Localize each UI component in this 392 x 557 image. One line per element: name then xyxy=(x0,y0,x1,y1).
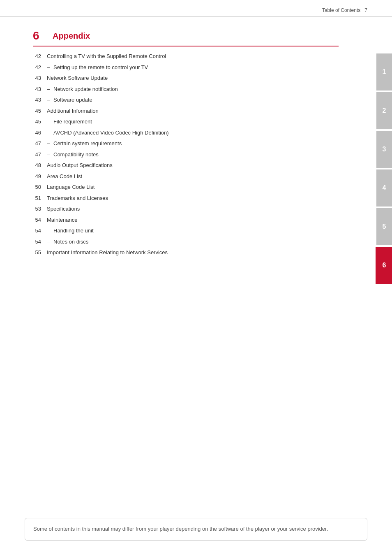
toc-text: Controlling a TV with the Supplied Remot… xyxy=(47,52,339,60)
toc-page-number: 53 xyxy=(33,205,47,213)
toc-dash: – xyxy=(47,151,53,159)
toc-page-number: 47 xyxy=(33,139,47,148)
toc-text: Specifications xyxy=(47,205,339,213)
toc-dash: – xyxy=(47,63,53,72)
toc-text: Network update notification xyxy=(53,85,339,93)
toc-page-number: 45 xyxy=(33,107,47,115)
notice-text: Some of contents in this manual may diff… xyxy=(33,526,328,532)
toc-entry: 47– Compatibility notes xyxy=(33,151,339,159)
toc-dash: – xyxy=(47,96,53,104)
toc-page-number: 42 xyxy=(33,63,47,72)
toc-dash: – xyxy=(47,139,53,148)
main-content: 6 Appendix 42Controlling a TV with the S… xyxy=(0,17,371,272)
toc-text: Important Information Relating to Networ… xyxy=(47,248,339,257)
side-tab-6[interactable]: 6 xyxy=(376,247,392,284)
toc-text: Language Code List xyxy=(47,183,339,191)
toc-entry: 43Network Software Update xyxy=(33,74,339,82)
toc-page-number: 43 xyxy=(33,96,47,104)
toc-entry: 51Trademarks and Licenses xyxy=(33,194,339,202)
toc-text: Additional Information xyxy=(47,107,339,115)
toc-entry: 48Audio Output Specifications xyxy=(33,161,339,169)
toc-page-number: 49 xyxy=(33,172,47,181)
toc-page-number: 55 xyxy=(33,248,47,257)
toc-page-number: 48 xyxy=(33,161,47,169)
toc-dash: – xyxy=(47,85,53,93)
toc-entry: 42– Setting up the remote to control you… xyxy=(33,63,339,72)
chapter-title: Appendix xyxy=(53,31,90,41)
toc-page-number: 46 xyxy=(33,129,47,137)
toc-text: Trademarks and Licenses xyxy=(47,194,339,202)
header-title: Table of Contents xyxy=(322,7,360,13)
notice-box: Some of contents in this manual may diff… xyxy=(25,518,367,541)
toc-entry: 43– Network update notification xyxy=(33,85,339,93)
toc-page-number: 54 xyxy=(33,216,47,224)
page-container: Table of Contents 7 123456 6 Appendix 42… xyxy=(0,0,392,557)
toc-text: Notes on discs xyxy=(53,238,339,246)
toc-text: Handling the unit xyxy=(53,227,339,235)
side-tab-5[interactable]: 5 xyxy=(376,208,392,245)
toc-dash: – xyxy=(47,118,53,126)
toc-entry: 45Additional Information xyxy=(33,107,339,115)
toc-page-number: 45 xyxy=(33,118,47,126)
toc-page-number: 51 xyxy=(33,194,47,202)
toc-list: 42Controlling a TV with the Supplied Rem… xyxy=(33,52,339,257)
toc-entry: 54Maintenance xyxy=(33,216,339,224)
toc-text: Certain system requirements xyxy=(53,139,339,148)
toc-page-number: 43 xyxy=(33,85,47,93)
toc-text: Maintenance xyxy=(47,216,339,224)
toc-page-number: 47 xyxy=(33,151,47,159)
toc-entry: 55Important Information Relating to Netw… xyxy=(33,248,339,257)
toc-page-number: 43 xyxy=(33,74,47,82)
toc-text: Setting up the remote to control your TV xyxy=(53,63,339,72)
toc-entry: 42Controlling a TV with the Supplied Rem… xyxy=(33,52,339,60)
side-tab-3[interactable]: 3 xyxy=(376,131,392,168)
top-header: Table of Contents 7 xyxy=(0,0,392,17)
toc-dash: – xyxy=(47,227,53,235)
toc-entry: 54– Notes on discs xyxy=(33,238,339,246)
toc-entry: 54– Handling the unit xyxy=(33,227,339,235)
toc-text: Software update xyxy=(53,96,339,104)
toc-entry: 47– Certain system requirements xyxy=(33,139,339,148)
toc-page-number: 50 xyxy=(33,183,47,191)
toc-entry: 50Language Code List xyxy=(33,183,339,191)
toc-entry: 53Specifications xyxy=(33,205,339,213)
toc-dash: – xyxy=(47,129,53,137)
header-page-number: 7 xyxy=(364,7,367,13)
toc-dash: – xyxy=(47,238,53,246)
toc-text: Area Code List xyxy=(47,172,339,181)
side-tab-4[interactable]: 4 xyxy=(376,169,392,207)
toc-page-number: 42 xyxy=(33,52,47,60)
toc-page-number: 54 xyxy=(33,238,47,246)
toc-entry: 43– Software update xyxy=(33,96,339,104)
side-tab-2[interactable]: 2 xyxy=(376,92,392,129)
chapter-number: 6 xyxy=(33,29,45,42)
toc-text: Audio Output Specifications xyxy=(47,161,339,169)
toc-entry: 45– File requirement xyxy=(33,118,339,126)
toc-text: File requirement xyxy=(53,118,339,126)
toc-entry: 46– AVCHD (Advanced Video Codec High Def… xyxy=(33,129,339,137)
side-tab-1[interactable]: 1 xyxy=(376,53,392,91)
toc-text: AVCHD (Advanced Video Codec High Definit… xyxy=(53,129,339,137)
toc-text: Compatibility notes xyxy=(53,151,339,159)
chapter-header: 6 Appendix xyxy=(33,29,339,46)
side-tabs: 123456 xyxy=(376,0,392,285)
toc-entry: 49Area Code List xyxy=(33,172,339,181)
toc-page-number: 54 xyxy=(33,227,47,235)
toc-text: Network Software Update xyxy=(47,74,339,82)
